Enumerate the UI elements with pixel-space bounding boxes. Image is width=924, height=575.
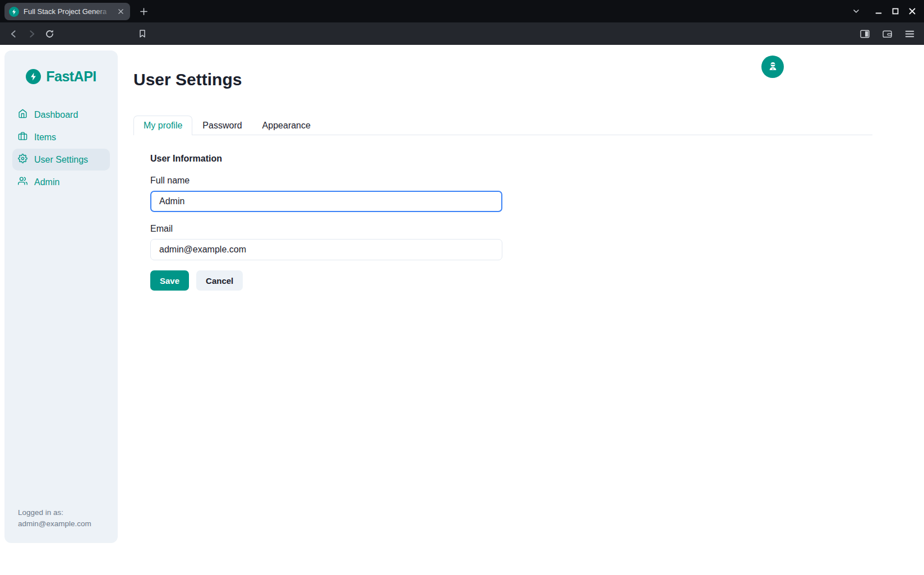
tab-close-icon[interactable] (116, 7, 126, 17)
wallet-icon[interactable] (878, 25, 896, 43)
tab-password[interactable]: Password (192, 116, 252, 135)
tab-my-profile[interactable]: My profile (133, 116, 192, 135)
new-tab-button[interactable] (137, 4, 150, 18)
toolbar-right (856, 25, 918, 43)
full-name-label: Full name (150, 176, 872, 186)
window-controls (848, 0, 921, 22)
form-buttons: Save Cancel (150, 270, 872, 291)
main-content: User Settings My profile Password Appear… (133, 45, 872, 291)
tab-title-fade (95, 7, 111, 16)
sidebar-item-items[interactable]: Items (12, 126, 110, 148)
tab-search-chevron-icon[interactable] (848, 0, 865, 22)
sidebar: FastAPI Dashboard Items User Settings (4, 50, 118, 543)
tab-appearance[interactable]: Appearance (252, 116, 321, 135)
browser-toolbar: localhost/settings (0, 22, 924, 45)
tab-title: Full Stack Project Genera (24, 7, 111, 16)
bookmark-icon[interactable] (133, 25, 151, 43)
menu-hamburger-icon[interactable] (900, 25, 918, 43)
fastapi-favicon-icon (9, 7, 19, 17)
fastapi-logo-text: FastAPI (46, 68, 96, 85)
logged-in-as: Logged in as: admin@example.com (18, 507, 91, 530)
sidebar-item-label: User Settings (34, 155, 88, 165)
sidebar-item-admin[interactable]: Admin (12, 171, 110, 193)
briefcase-icon (18, 131, 27, 143)
home-icon (18, 109, 27, 121)
forward-icon[interactable] (22, 25, 40, 43)
section-title: User Information (150, 154, 872, 164)
reload-icon[interactable] (40, 25, 58, 43)
sidebar-item-user-settings[interactable]: User Settings (12, 149, 110, 171)
sidebar-item-label: Admin (34, 177, 59, 187)
logged-in-as-email: admin@example.com (18, 518, 91, 530)
users-icon (18, 176, 27, 188)
sidebar-item-label: Dashboard (34, 110, 78, 120)
maximize-icon[interactable] (887, 0, 904, 22)
gear-icon (18, 154, 27, 165)
page-title: User Settings (133, 71, 872, 89)
sidebar-item-label: Items (34, 132, 56, 142)
profile-panel: User Information Full name Email Save Ca… (133, 135, 872, 291)
browser-titlebar: Full Stack Project Genera (0, 0, 924, 22)
sidebar-item-dashboard[interactable]: Dashboard (12, 104, 110, 126)
full-name-input[interactable] (150, 191, 502, 212)
fastapi-logo-icon (26, 69, 41, 84)
nav-buttons (4, 22, 58, 45)
logged-in-as-label: Logged in as: (18, 507, 91, 518)
cancel-button[interactable]: Cancel (196, 270, 243, 291)
settings-tabs: My profile Password Appearance (133, 116, 872, 135)
minimize-icon[interactable] (870, 0, 887, 22)
sidebar-panel-icon[interactable] (856, 25, 874, 43)
close-window-icon[interactable] (904, 0, 921, 22)
sidebar-nav: Dashboard Items User Settings Admin (12, 104, 110, 193)
browser-tab[interactable]: Full Stack Project Genera (4, 3, 130, 20)
back-icon[interactable] (4, 25, 22, 43)
email-label: Email (150, 224, 872, 234)
email-input[interactable] (150, 239, 502, 260)
app-page: FastAPI Dashboard Items User Settings (0, 45, 924, 575)
save-button[interactable]: Save (150, 270, 189, 291)
fastapi-logo[interactable]: FastAPI (12, 68, 110, 85)
